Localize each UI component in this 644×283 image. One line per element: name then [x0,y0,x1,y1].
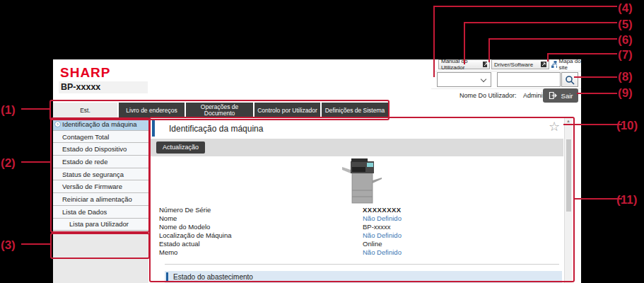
callout-line-4 [433,6,435,77]
callout-2-label: (2) [1,156,16,171]
driver-software-button[interactable]: Driver/Software [491,59,549,69]
screenshot-canvas: SHARP BP-xxxxx Manual do Utilizador Driv… [0,0,644,283]
model-name: BP-xxxxx [59,81,148,93]
callout-4-label: (4) [618,1,633,16]
language-select[interactable] [437,72,491,87]
callout-box-content [149,117,575,282]
callout-line-2 [21,161,50,163]
logout-icon [549,91,557,100]
user-manual-label: Manual do Utilizador [441,58,483,71]
callout-3-label: (3) [1,238,16,253]
callout-box-custom-link [50,233,150,259]
callout-line-5 [464,22,465,64]
callout-line-8 [574,76,617,78]
logout-label: Sair [561,92,573,100]
callout-line-7 [549,53,617,54]
chevron-down-icon [481,76,486,82]
callout-line-11 [575,198,622,200]
callout-10-label: (10) [616,119,638,133]
login-user-label: Nome Do Utilizador: [459,92,517,99]
callout-line-9 [577,93,617,94]
callout-line-1 [21,108,49,110]
sitemap-link[interactable]: Mapa do site [551,60,581,69]
callout-7-label: (7) [618,48,633,62]
search-input[interactable] [497,72,561,87]
callout-line-6 [490,38,617,40]
callout-line-7 [547,53,549,62]
external-link-icon [483,62,487,67]
search-icon [565,75,575,85]
sharp-logo: SHARP [60,65,111,81]
callout-6-label: (6) [618,33,633,47]
callout-5-label: (5) [618,18,633,32]
callout-line-3 [21,243,50,245]
logout-button[interactable]: Sair [543,88,578,103]
callout-line-10 [563,124,622,125]
external-link-icon [541,62,546,67]
search-button[interactable] [561,72,578,87]
sitemap-label: Mapa do site [559,58,581,71]
driver-software-label: Driver/Software [494,62,533,68]
sitemap-icon [551,61,557,68]
header-divider [435,71,581,71]
callout-box-sidebar [50,117,150,233]
callout-11-label: (11) [616,193,637,207]
callout-line-5 [465,22,617,23]
callout-line-6 [488,38,490,62]
callout-line-4 [435,6,617,7]
callout-1-label: (1) [1,103,16,117]
callout-9-label: (9) [618,86,633,100]
callout-8-label: (8) [618,70,633,84]
